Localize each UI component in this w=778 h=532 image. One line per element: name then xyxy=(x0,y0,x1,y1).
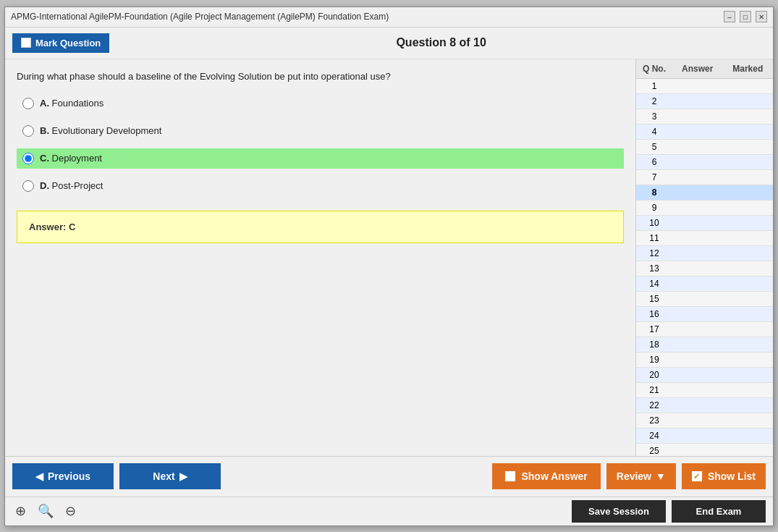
sidebar-row-answer xyxy=(672,200,723,215)
end-exam-button[interactable]: End Exam xyxy=(672,500,766,523)
show-answer-button[interactable]: Show Answer xyxy=(492,463,600,489)
sidebar-row-answer xyxy=(672,276,723,291)
sidebar-row[interactable]: 6 xyxy=(636,155,773,170)
main-window: APMG-International AgilePM-Foundation (A… xyxy=(4,7,774,526)
sidebar-row[interactable]: 11 xyxy=(636,231,773,246)
option-c-label: C. Deployment xyxy=(40,153,102,164)
sidebar-row-answer xyxy=(672,216,723,230)
zoom-normal-button[interactable]: 🔍 xyxy=(35,502,56,520)
sidebar-row-answer xyxy=(672,185,723,200)
close-button[interactable]: ✕ xyxy=(756,11,767,22)
sidebar-row-marked xyxy=(723,383,774,397)
answer-text: Answer: C xyxy=(29,221,75,232)
option-a-label: A. Foundations xyxy=(40,98,103,109)
sidebar-row-num: 22 xyxy=(636,398,672,413)
sidebar-row-marked xyxy=(723,246,774,261)
sidebar-row[interactable]: 18 xyxy=(636,337,773,352)
toolbar: Mark Question Question 8 of 10 xyxy=(5,28,773,59)
sidebar-row-marked xyxy=(723,140,774,154)
sidebar-row-num: 2 xyxy=(636,94,672,109)
option-b-radio[interactable] xyxy=(22,125,34,137)
sidebar-row-marked xyxy=(723,216,774,230)
sidebar-row-num: 6 xyxy=(636,155,672,169)
option-a-radio[interactable] xyxy=(22,98,34,109)
sidebar-row-marked xyxy=(723,276,774,291)
sidebar-row-num: 23 xyxy=(636,413,672,428)
sidebar-row-answer xyxy=(672,79,723,93)
sidebar-row[interactable]: 5 xyxy=(636,140,773,155)
sidebar-row[interactable]: 25 xyxy=(636,444,773,456)
sidebar-row-answer xyxy=(672,170,723,185)
sidebar-row-num: 13 xyxy=(636,261,672,276)
next-button[interactable]: Next ▶ xyxy=(119,463,221,489)
show-list-button[interactable]: Show List xyxy=(682,463,766,489)
sidebar-row-marked xyxy=(723,170,774,185)
sidebar-row-marked xyxy=(723,368,774,382)
sidebar-col-marked: Marked xyxy=(723,62,774,75)
sidebar-row-answer xyxy=(672,307,723,321)
option-c-radio[interactable] xyxy=(22,153,34,164)
sidebar-row[interactable]: 15 xyxy=(636,292,773,307)
sidebar-row[interactable]: 9 xyxy=(636,200,773,216)
sidebar-row-num: 25 xyxy=(636,444,672,456)
sidebar-row[interactable]: 12 xyxy=(636,246,773,261)
sidebar-row-answer xyxy=(672,322,723,337)
sidebar-row[interactable]: 2 xyxy=(636,94,773,109)
sidebar-row[interactable]: 4 xyxy=(636,124,773,140)
sidebar-row[interactable]: 24 xyxy=(636,428,773,444)
maximize-button[interactable]: □ xyxy=(740,11,751,22)
sidebar-row-num: 20 xyxy=(636,368,672,382)
title-bar: APMG-International AgilePM-Foundation (A… xyxy=(5,7,773,28)
sidebar-row-num: 21 xyxy=(636,383,672,397)
sidebar-row-answer xyxy=(672,109,723,124)
sidebar-row[interactable]: 10 xyxy=(636,216,773,231)
sidebar-row[interactable]: 17 xyxy=(636,322,773,337)
sidebar-row-marked xyxy=(723,124,774,139)
sidebar-col-qno: Q No. xyxy=(636,62,672,75)
sidebar-row[interactable]: 13 xyxy=(636,261,773,276)
sidebar-row[interactable]: 1 xyxy=(636,79,773,94)
option-b[interactable]: B. Evolutionary Development xyxy=(17,121,624,141)
sidebar-row[interactable]: 7 xyxy=(636,170,773,185)
mark-question-label: Mark Question xyxy=(35,38,101,48)
review-button[interactable]: Review ▼ xyxy=(606,463,676,489)
sidebar-row-num: 19 xyxy=(636,352,672,367)
sidebar-row[interactable]: 19 xyxy=(636,352,773,368)
option-d-radio[interactable] xyxy=(22,180,34,192)
previous-button[interactable]: ◀ Previous xyxy=(12,463,114,489)
sidebar-row[interactable]: 14 xyxy=(636,276,773,292)
sidebar-row-answer xyxy=(672,368,723,382)
sidebar-list[interactable]: 1 2 3 4 5 6 7 8 xyxy=(636,79,773,456)
save-session-button[interactable]: Save Session xyxy=(572,500,666,523)
sidebar-row[interactable]: 21 xyxy=(636,383,773,398)
sidebar-row-num: 10 xyxy=(636,216,672,230)
sidebar-row-answer xyxy=(672,155,723,169)
sidebar-row-num: 3 xyxy=(636,109,672,124)
sidebar-row-num: 8 xyxy=(636,185,672,200)
show-answer-icon xyxy=(505,471,515,481)
mark-question-button[interactable]: Mark Question xyxy=(12,33,109,53)
question-title: Question 8 of 10 xyxy=(117,36,766,49)
sidebar-row-marked xyxy=(723,155,774,169)
sidebar-row[interactable]: 22 xyxy=(636,398,773,413)
sidebar-row-marked xyxy=(723,413,774,428)
sidebar-row-marked xyxy=(723,109,774,124)
next-label: Next xyxy=(153,470,174,482)
zoom-out-button[interactable]: ⊖ xyxy=(62,502,79,520)
option-a[interactable]: A. Foundations xyxy=(17,93,624,114)
sidebar-row-answer xyxy=(672,398,723,413)
zoom-in-button[interactable]: ⊕ xyxy=(12,502,29,520)
sidebar-row-answer xyxy=(672,337,723,352)
sidebar-row[interactable]: 3 xyxy=(636,109,773,124)
minimize-button[interactable]: – xyxy=(724,11,735,22)
question-area: During what phase should a baseline of t… xyxy=(5,59,635,456)
sidebar-row[interactable]: 8 xyxy=(636,185,773,200)
save-session-label: Save Session xyxy=(588,506,649,517)
sidebar-row[interactable]: 16 xyxy=(636,307,773,322)
sidebar-row-marked xyxy=(723,428,774,443)
sidebar-row[interactable]: 23 xyxy=(636,413,773,428)
sidebar-row[interactable]: 20 xyxy=(636,368,773,383)
sidebar-row-num: 15 xyxy=(636,292,672,306)
option-c[interactable]: C. Deployment xyxy=(17,148,624,169)
option-d[interactable]: D. Post-Project xyxy=(17,176,624,196)
